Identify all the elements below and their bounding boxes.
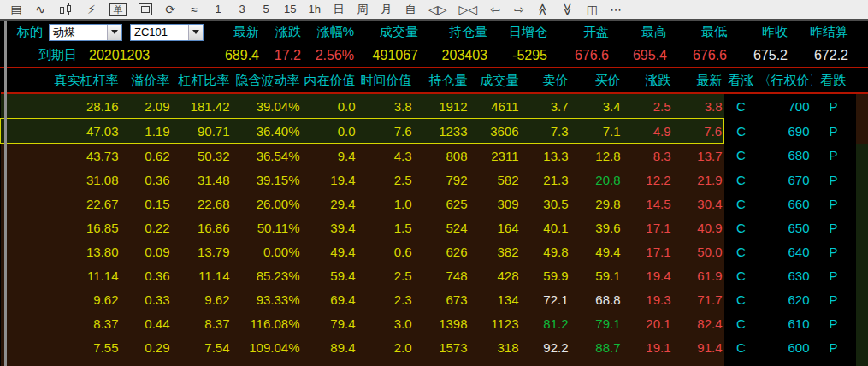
- cell: 19.4: [623, 263, 673, 287]
- strike-cell[interactable]: 640: [759, 239, 812, 263]
- call-cell[interactable]: C: [724, 359, 759, 366]
- option-row-600[interactable]: 7.550.297.54109.04%89.42.0157331892.288.…: [1, 335, 868, 359]
- call-cell[interactable]: C: [724, 192, 759, 215]
- option-row-640[interactable]: 13.800.0913.790.00%49.40.662638249.849.4…: [1, 239, 868, 263]
- cell: 39.4: [302, 215, 357, 239]
- cell: 50.32: [172, 144, 232, 168]
- option-row-660[interactable]: 22.670.1522.6826.00%29.41.062530930.529.…: [1, 192, 868, 215]
- refresh-icon[interactable]: ⟳: [164, 1, 176, 18]
- put-cell[interactable]: P: [812, 335, 856, 359]
- period-1hour-button[interactable]: 1h: [308, 1, 320, 18]
- cell: 40.9: [673, 215, 724, 239]
- double-up-icon[interactable]: ≪: [534, 3, 552, 16]
- quote-labels-row: 最新涨跌涨幅%成交量持仓量日增仓开盘最高最低昨收昨结算: [205, 24, 848, 40]
- put-cell[interactable]: P: [812, 359, 856, 366]
- strike-cell[interactable]: 690: [759, 119, 812, 144]
- more-icon[interactable]: ⋯: [610, 1, 622, 18]
- column-header: 成交量: [469, 68, 521, 93]
- arrow-right-icon[interactable]: ⇨: [513, 1, 525, 18]
- quote-panel: 标的 动煤 ZC101 最新涨跌涨幅%成交量持仓量日增仓开盘最高最低昨收昨结算 …: [0, 21, 868, 68]
- arrow-left-icon[interactable]: ⇦: [489, 1, 501, 18]
- option-row-650[interactable]: 16.850.2216.8650.11%39.41.552416440.139.…: [1, 215, 868, 239]
- period-week-button[interactable]: 周: [357, 1, 369, 18]
- cell: 3.8: [357, 93, 414, 119]
- option-row-680[interactable]: 43.730.6250.3236.54%9.44.3808231113.312.…: [1, 144, 868, 168]
- window-box-icon[interactable]: [139, 3, 152, 15]
- put-side-edge: [856, 144, 868, 168]
- put-cell[interactable]: P: [812, 168, 856, 192]
- put-cell[interactable]: P: [812, 192, 856, 215]
- quote-stat-label: 持仓量: [418, 24, 487, 40]
- strike-cell[interactable]: 650: [759, 215, 812, 239]
- call-cell[interactable]: C: [724, 335, 759, 359]
- cell: 102.3: [521, 359, 570, 366]
- put-cell[interactable]: P: [812, 215, 856, 239]
- call-cell[interactable]: C: [724, 119, 759, 144]
- call-cell[interactable]: C: [724, 311, 759, 335]
- call-cell[interactable]: C: [724, 93, 759, 119]
- cell: 49.8: [521, 239, 570, 263]
- line-chart-icon[interactable]: ∿: [34, 1, 46, 18]
- flip-horizontal-icon[interactable]: ◁▷: [428, 1, 447, 18]
- underlying-select[interactable]: 动煤: [49, 24, 122, 41]
- call-cell[interactable]: C: [724, 168, 759, 192]
- period-5min-button[interactable]: 5: [260, 1, 272, 18]
- option-row-690[interactable]: 47.031.1990.7136.40%0.07.6123336067.37.1…: [1, 119, 868, 144]
- candlestick-icon[interactable]: [58, 2, 74, 17]
- cell: 2.09: [121, 93, 172, 119]
- strike-cell[interactable]: 700: [759, 93, 812, 119]
- strike-cell[interactable]: 660: [759, 192, 812, 215]
- strike-cell[interactable]: 620: [759, 287, 812, 311]
- chevron-down-icon[interactable]: [188, 25, 203, 40]
- cell: 96.1: [673, 359, 724, 366]
- option-row-700[interactable]: 28.162.09181.4239.04%0.03.8191246113.73.…: [1, 93, 868, 119]
- call-cell[interactable]: C: [724, 287, 759, 311]
- strike-cell[interactable]: 600: [759, 335, 812, 359]
- cell: 9.62: [172, 287, 232, 311]
- period-3min-button[interactable]: 3: [236, 1, 248, 18]
- option-row-620[interactable]: 9.620.339.6293.33%69.42.367313472.168.81…: [1, 287, 868, 311]
- mirror-icon[interactable]: ▷◁: [458, 1, 477, 18]
- call-cell[interactable]: C: [724, 239, 759, 263]
- strike-cell[interactable]: 670: [759, 168, 812, 192]
- quote-stat-value: 676.6: [667, 48, 727, 63]
- put-cell[interactable]: P: [812, 311, 856, 335]
- order-box-icon[interactable]: 单: [109, 3, 127, 16]
- cell: 26.00%: [232, 192, 302, 215]
- cell: 3.4: [570, 93, 623, 119]
- option-row-670[interactable]: 31.080.3631.4839.15%19.42.579258221.320.…: [1, 168, 868, 192]
- list-view-icon[interactable]: ▤: [10, 1, 22, 18]
- period-1min-button[interactable]: 1: [212, 1, 224, 18]
- call-cell[interactable]: C: [724, 215, 759, 239]
- column-header: 卖价: [521, 68, 570, 93]
- option-row-630[interactable]: 11.140.3611.1485.23%59.42.574842859.959.…: [1, 263, 868, 287]
- period-day-button[interactable]: 日: [333, 1, 345, 18]
- left-scroll-strip[interactable]: [4, 21, 7, 366]
- put-cell[interactable]: P: [812, 263, 856, 287]
- lightning-order-icon[interactable]: ⚡: [86, 1, 97, 18]
- contract-select[interactable]: ZC101: [130, 24, 204, 41]
- option-row-610[interactable]: 8.370.448.37116.08%79.43.01398112381.279…: [1, 311, 868, 335]
- strike-cell[interactable]: 590: [759, 359, 812, 366]
- strike-cell[interactable]: 680: [759, 144, 812, 168]
- quote-stat-label: 昨结算: [788, 24, 848, 40]
- chart-refresh-icon[interactable]: ≈: [188, 1, 200, 18]
- put-cell[interactable]: P: [812, 287, 856, 311]
- put-cell[interactable]: P: [812, 119, 856, 144]
- call-cell[interactable]: C: [724, 144, 759, 168]
- cell: 808: [414, 144, 469, 168]
- put-cell[interactable]: P: [812, 239, 856, 263]
- double-down-icon[interactable]: ≫: [559, 3, 576, 16]
- period-month-button[interactable]: 月: [381, 1, 393, 18]
- layout-icon[interactable]: ◫: [586, 1, 598, 18]
- strike-cell[interactable]: 630: [759, 263, 812, 287]
- option-row-590[interactable]: 7.18-0.487.170.00%99.4-3.312762102.398.2…: [1, 359, 868, 366]
- cell: 13.8: [623, 359, 673, 366]
- period-15min-button[interactable]: 15: [284, 1, 296, 18]
- chevron-down-icon[interactable]: [107, 25, 121, 40]
- period-custom-button[interactable]: 自: [404, 1, 416, 18]
- put-cell[interactable]: P: [812, 93, 856, 119]
- call-cell[interactable]: C: [724, 263, 759, 287]
- put-cell[interactable]: P: [812, 144, 856, 168]
- strike-cell[interactable]: 610: [759, 311, 812, 335]
